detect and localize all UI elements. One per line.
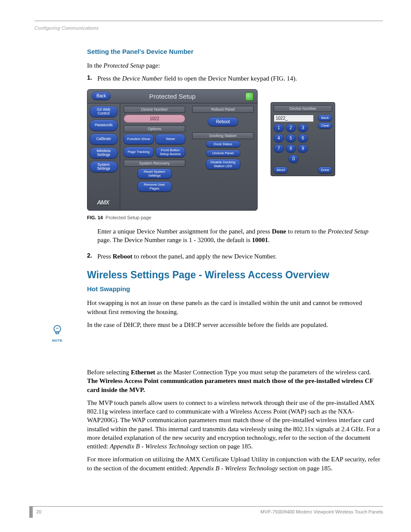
- reboot-panel-header: Reboot Panel: [192, 106, 254, 113]
- step-2: 2. Press Reboot to reboot the panel, and…: [87, 252, 383, 261]
- figure-caption: FIG. 14 Protected Setup page: [87, 215, 383, 220]
- keypad-clear-button[interactable]: Clear: [318, 122, 332, 129]
- key-8[interactable]: 8: [286, 144, 296, 153]
- keypad-title: Device Number: [274, 105, 332, 112]
- ps-title: Protected Setup: [149, 93, 196, 100]
- lightbulb-icon: [51, 324, 63, 336]
- keypad-value-field[interactable]: 1022_: [274, 115, 314, 122]
- key-5[interactable]: 5: [286, 134, 296, 143]
- reboot-button[interactable]: Reboot: [208, 117, 238, 126]
- step-1: 1. Press the Device Number field to open…: [87, 74, 383, 83]
- device-number-header: Device Number: [124, 106, 185, 113]
- running-head: Configuring Communications: [34, 21, 383, 31]
- protected-setup-screenshot: Back Protected Setup G4 Web Control Pass…: [87, 89, 258, 211]
- note-label: NOTE: [50, 339, 65, 342]
- keypad-back-button[interactable]: Back: [318, 115, 332, 121]
- sidebar-item-system[interactable]: System Settings: [90, 161, 118, 172]
- step-num-1: 1.: [87, 74, 97, 83]
- key-3[interactable]: 3: [298, 124, 308, 132]
- key-2[interactable]: 2: [286, 124, 296, 132]
- wireless-p5: For more information on utilizing the AM…: [87, 455, 383, 473]
- sidebar-item-g4web[interactable]: G4 Web Control: [90, 106, 118, 117]
- keypad-keys: 1 2 3 4 5 6 7 8 9: [274, 124, 314, 153]
- note-icon: NOTE: [50, 324, 65, 342]
- wireless-p3: Before selecting Ethernet as the Master …: [87, 368, 383, 394]
- ps-titlebar: Back Protected Setup: [87, 90, 257, 103]
- page-number: 20: [36, 509, 41, 518]
- step-1-continued: Enter a unique Device Number assignment …: [87, 227, 383, 249]
- undock-panel-button[interactable]: Undock Panel: [206, 150, 240, 156]
- figure-14: Back Protected Setup G4 Web Control Pass…: [87, 89, 383, 211]
- intro-line: In the Protected Setup page:: [87, 61, 383, 70]
- option-function-show[interactable]: Function Show: [124, 134, 154, 144]
- reset-system-button[interactable]: Reset System Settings: [137, 168, 172, 179]
- hotswap-p2: In the case of DHCP, there must be a DHC…: [87, 320, 383, 329]
- wireless-p4: The MVP touch panels allow users to conn…: [87, 398, 383, 451]
- key-0[interactable]: 0: [288, 155, 299, 163]
- option-front-button[interactable]: Front Button Setup Access: [156, 147, 186, 157]
- key-6[interactable]: 6: [298, 134, 308, 143]
- dock-status-button[interactable]: Dock Status: [206, 141, 240, 147]
- options-header: Options: [124, 125, 185, 132]
- sidebar-item-calibrate[interactable]: Calibrate: [90, 134, 118, 145]
- device-number-field[interactable]: 1022: [124, 115, 185, 123]
- option-page-tracking[interactable]: Page Tracking: [124, 147, 154, 157]
- remove-pages-button[interactable]: Remove User Pages: [137, 181, 172, 192]
- keypad-abort-button[interactable]: Abort: [274, 167, 288, 173]
- device-number-keypad: Device Number 1022_ 1 2 3 4 5 6: [271, 102, 335, 176]
- step-num-2: 2.: [87, 252, 97, 261]
- key-9[interactable]: 9: [298, 144, 308, 153]
- option-telnet[interactable]: Telnet: [156, 134, 186, 144]
- keypad-done-button[interactable]: Done: [318, 167, 332, 173]
- amx-logo: AMX: [97, 199, 109, 206]
- svg-point-0: [54, 326, 61, 333]
- key-4[interactable]: 4: [274, 134, 284, 143]
- disable-dock-led-button[interactable]: Disable Docking Station LED: [206, 159, 240, 169]
- key-7[interactable]: 7: [274, 144, 284, 153]
- ps-sidebar: G4 Web Control Passwords Calibrate Wirel…: [87, 103, 120, 210]
- footer-title: MVP-7500/8400 Modero Viewpoint Wireless …: [260, 509, 383, 514]
- status-dot-icon: [245, 92, 254, 101]
- heading-hot-swapping: Hot Swapping: [87, 285, 383, 292]
- heading-device-number: Setting the Panel's Device Number: [87, 48, 383, 55]
- docking-station-header: Docking Station: [192, 132, 254, 139]
- page-footer: 20 MVP-7500/8400 Modero Viewpoint Wirele…: [29, 506, 383, 519]
- heading-wireless-settings: Wireless Settings Page - Wireless Access…: [87, 269, 383, 281]
- key-1[interactable]: 1: [274, 124, 284, 132]
- back-button[interactable]: Back: [92, 92, 111, 100]
- sidebar-item-wireless[interactable]: Wireless Settings: [90, 147, 118, 159]
- hotswap-p1: Hot swapping is not an issue on these pa…: [87, 299, 383, 316]
- step-1-body: Press the Device Number field to open th…: [97, 74, 297, 83]
- footer-bar-icon: [29, 507, 33, 518]
- sidebar-item-passwords[interactable]: Passwords: [90, 120, 118, 131]
- system-recovery-header: System Recovery: [124, 160, 185, 167]
